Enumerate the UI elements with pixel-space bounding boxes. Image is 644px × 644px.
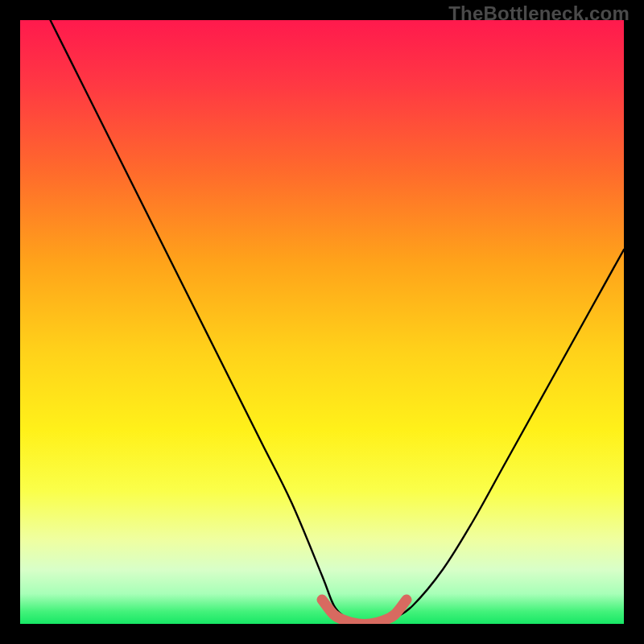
chart-stage: TheBottleneck.com	[0, 0, 644, 644]
highlight-band	[322, 600, 407, 624]
watermark-text: TheBottleneck.com	[448, 2, 630, 25]
bottleneck-curve	[51, 20, 625, 624]
chart-svg	[20, 20, 624, 624]
chart-plot-area	[20, 20, 624, 624]
